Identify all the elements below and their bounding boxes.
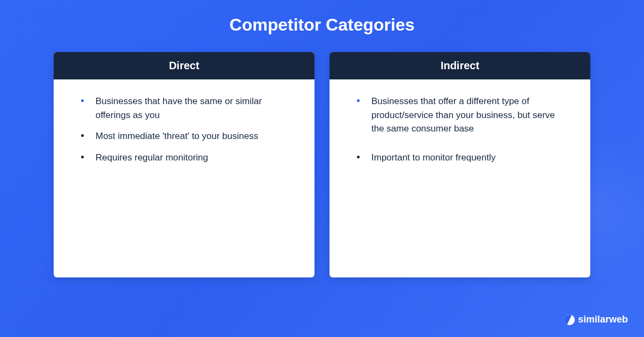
- card-header-indirect: Indirect: [330, 52, 590, 79]
- bullet-list-indirect: Businesses that offer a different type o…: [356, 94, 569, 164]
- list-item: Businesses that offer a different type o…: [356, 94, 569, 136]
- list-item: Requires regular monitoring: [80, 151, 293, 165]
- spacer: [356, 143, 569, 151]
- logo-icon: [564, 314, 575, 325]
- list-item: Important to monitor frequently: [356, 151, 569, 165]
- list-item: Most immediate 'threat' to your business: [80, 129, 293, 143]
- list-item: Businesses that have the same or similar…: [80, 94, 293, 122]
- page-title: Competitor Categories: [0, 0, 644, 52]
- card-body-direct: Businesses that have the same or similar…: [54, 79, 314, 187]
- card-direct: Direct Businesses that have the same or …: [54, 52, 314, 277]
- brand-name: similarweb: [578, 314, 628, 325]
- card-header-direct: Direct: [54, 52, 314, 79]
- bullet-list-direct: Businesses that have the same or similar…: [80, 94, 293, 164]
- brand-logo: similarweb: [564, 314, 628, 325]
